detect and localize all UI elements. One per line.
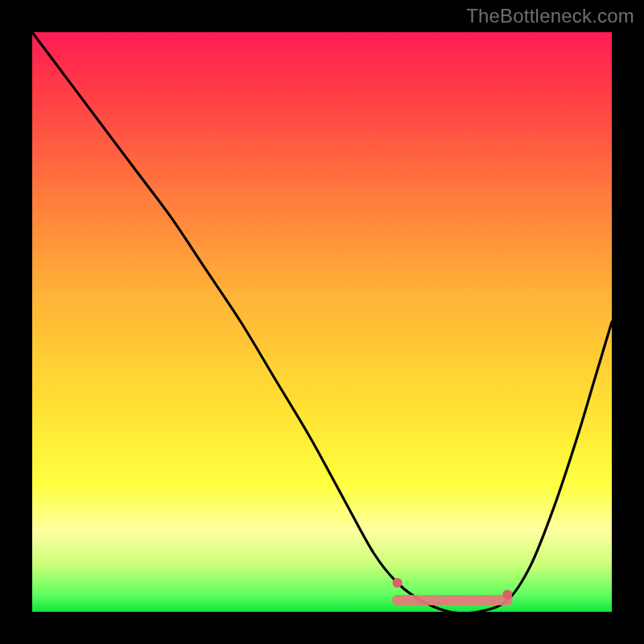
bottleneck-curve — [32, 32, 612, 612]
watermark-text: TheBottleneck.com — [466, 5, 634, 27]
plot-area — [32, 32, 612, 612]
valley-band — [392, 595, 513, 605]
valley-dot-right — [502, 589, 512, 599]
chart-frame: TheBottleneck.com — [0, 0, 644, 644]
valley-dot-left — [393, 578, 402, 588]
curve-svg — [32, 32, 612, 612]
